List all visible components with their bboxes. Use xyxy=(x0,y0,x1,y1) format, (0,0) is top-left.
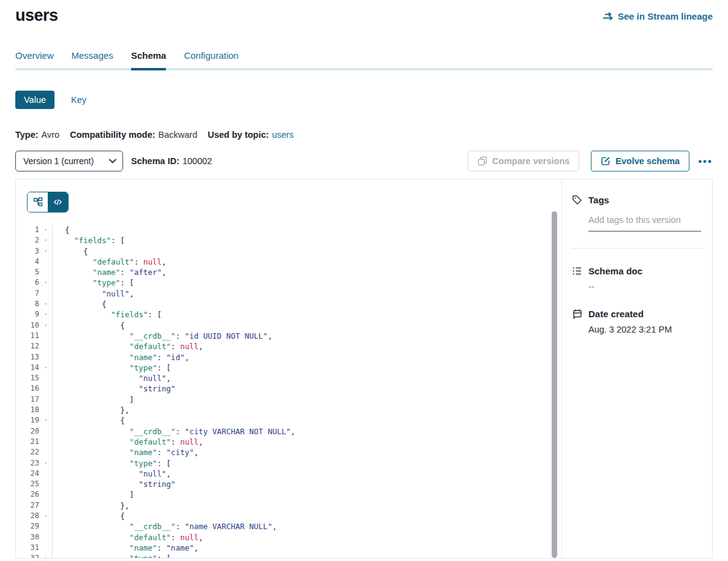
topic-link[interactable]: users xyxy=(272,130,293,140)
tree-view-button[interactable] xyxy=(28,192,48,212)
code-text: "null", xyxy=(52,469,561,479)
line-number: 1 xyxy=(16,225,39,235)
fold-spacer xyxy=(39,257,52,267)
code-line: 31 "name": "name", xyxy=(16,543,561,553)
code-line: 2▾ "fields": [ xyxy=(16,235,561,246)
line-number: 25 xyxy=(16,479,39,489)
tab-configuration[interactable]: Configuration xyxy=(184,50,238,68)
code-line: 22 "name": "city", xyxy=(16,447,561,457)
fold-spacer xyxy=(39,469,52,479)
page-header: users See in Stream lineage xyxy=(15,0,713,25)
tab-overview[interactable]: Overview xyxy=(15,50,54,68)
date-created-heading: Date created xyxy=(572,309,702,319)
fold-spacer xyxy=(39,437,52,447)
code-line: 29 "__crdb__": "name VARCHAR NULL", xyxy=(16,521,561,532)
code-line: 12 "default": null, xyxy=(16,341,561,352)
code-text: "default": null, xyxy=(52,341,561,352)
evolve-schema-button[interactable]: Evolve schema xyxy=(591,151,689,171)
fold-spacer xyxy=(39,500,52,511)
tab-messages[interactable]: Messages xyxy=(72,50,113,68)
fold-spacer xyxy=(39,288,52,299)
line-number: 17 xyxy=(16,394,39,405)
code-text: "fields": [ xyxy=(52,309,561,320)
code-text: "type": [ xyxy=(52,458,561,469)
view-toggle xyxy=(27,192,69,213)
code-text: "type": [ xyxy=(52,363,561,373)
stream-lineage-link[interactable]: See in Stream lineage xyxy=(602,11,713,21)
code-view-icon xyxy=(53,198,62,206)
line-number: 24 xyxy=(16,469,39,479)
compare-versions-label: Compare versions xyxy=(492,156,570,166)
fold-toggle-icon[interactable]: ▾ xyxy=(39,363,52,373)
more-actions-button[interactable]: ••• xyxy=(698,156,713,167)
fold-spacer xyxy=(39,479,52,489)
code-text: { xyxy=(52,511,561,521)
fold-toggle-icon[interactable]: ▾ xyxy=(39,299,52,309)
code-line: 15 "null", xyxy=(16,373,561,383)
fold-toggle-icon[interactable]: ▾ xyxy=(39,277,52,288)
code-line: 20 "__crdb__": "city VARCHAR NOT NULL", xyxy=(16,426,561,437)
code-text: "name": "after", xyxy=(52,267,561,277)
compare-versions-button[interactable]: Compare versions xyxy=(468,151,580,171)
fold-toggle-icon[interactable]: ▾ xyxy=(39,309,52,320)
code-line: 23▾ "type": [ xyxy=(16,458,561,469)
schema-doc-section: Schema doc -- xyxy=(572,266,702,292)
tag-icon xyxy=(572,195,582,205)
code-view-button[interactable] xyxy=(48,192,68,212)
code-line: 4 "default": null, xyxy=(16,257,561,267)
value-key-toggle: Value Key xyxy=(15,91,713,109)
fold-toggle-icon[interactable]: ▾ xyxy=(39,553,52,558)
tree-view-icon xyxy=(33,197,43,207)
fold-toggle-icon[interactable]: ▾ xyxy=(39,511,52,521)
code-text: }, xyxy=(52,500,561,511)
code-text: "default": null, xyxy=(52,257,561,267)
fold-toggle-icon[interactable]: ▾ xyxy=(39,246,52,257)
version-select-wrap: Version 1 (current) xyxy=(15,151,123,171)
compatibility-label: Compatibility mode: xyxy=(70,130,155,140)
line-number: 31 xyxy=(16,543,39,553)
code-line: 24 "null", xyxy=(16,469,561,479)
code-text: { xyxy=(52,225,561,235)
editor-scrollbar[interactable] xyxy=(552,211,557,558)
edit-icon xyxy=(601,156,610,166)
schema-sidebar: Tags Schema do xyxy=(561,179,712,558)
key-toggle-button[interactable]: Key xyxy=(71,95,86,105)
version-controls: Version 1 (current) Schema ID: 100002 Co… xyxy=(15,151,713,171)
fold-spacer xyxy=(39,267,52,277)
code-line: 8▾ { xyxy=(16,299,561,309)
fold-spacer xyxy=(39,394,52,405)
topic-tabs: Overview Messages Schema Configuration xyxy=(15,50,713,70)
code-line: 6▾ "type": [ xyxy=(16,277,561,288)
fold-toggle-icon[interactable]: ▾ xyxy=(39,225,52,235)
line-number: 3 xyxy=(16,246,39,257)
line-number: 18 xyxy=(16,405,39,415)
code-text: "__crdb__": "id UUID NOT NULL", xyxy=(52,331,561,341)
schema-doc-heading: Schema doc xyxy=(572,266,702,276)
date-created-value: Aug. 3 2022 3:21 PM xyxy=(588,325,702,334)
list-icon xyxy=(572,266,582,276)
code-lines: 1▾{2▾ "fields": [3▾ {4 "default": null,5… xyxy=(16,225,561,558)
version-select[interactable]: Version 1 (current) xyxy=(15,151,123,171)
code-line: 10▾ { xyxy=(16,320,561,331)
fold-toggle-icon[interactable]: ▾ xyxy=(39,320,52,331)
code-text: { xyxy=(52,299,561,309)
code-line: 19▾ { xyxy=(16,415,561,426)
add-tags-input[interactable] xyxy=(588,213,701,232)
schema-editor: 1▾{2▾ "fields": [3▾ {4 "default": null,5… xyxy=(16,179,561,558)
tab-schema[interactable]: Schema xyxy=(131,50,167,70)
fold-spacer xyxy=(39,447,52,457)
code-text: "name": "id", xyxy=(52,352,561,363)
line-number: 21 xyxy=(16,437,39,447)
fold-toggle-icon[interactable]: ▾ xyxy=(39,458,52,469)
code-line: 18 }, xyxy=(16,405,561,415)
code-line: 17 ] xyxy=(16,394,561,405)
calendar-plus-icon xyxy=(572,309,582,319)
sidebar-divider xyxy=(572,248,702,249)
line-number: 32 xyxy=(16,553,39,558)
fold-toggle-icon[interactable]: ▾ xyxy=(39,415,52,426)
value-toggle-button[interactable]: Value xyxy=(15,91,54,109)
code-text: "null", xyxy=(52,373,561,383)
fold-toggle-icon[interactable]: ▾ xyxy=(39,235,52,246)
line-number: 2 xyxy=(16,235,39,246)
code-line: 21 "default": null, xyxy=(16,437,561,447)
